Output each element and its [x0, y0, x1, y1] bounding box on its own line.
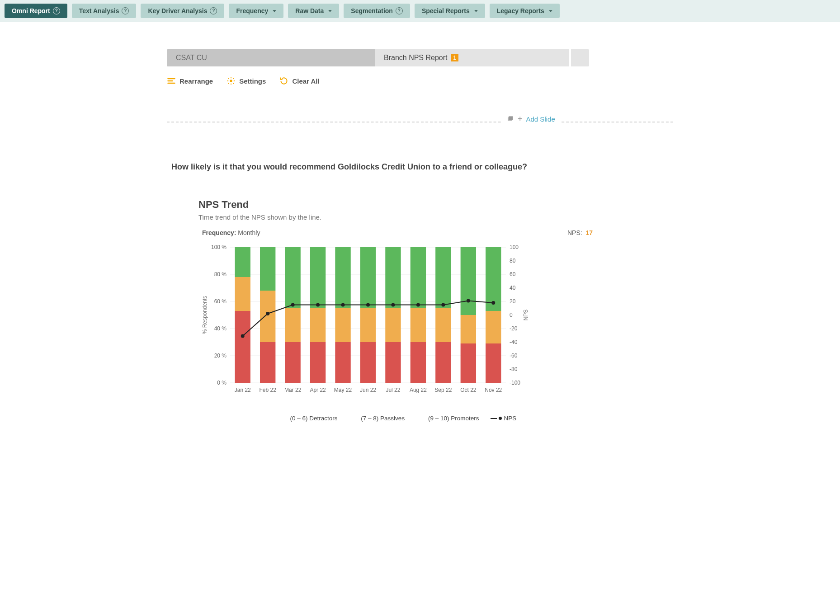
chart-card: NPS Trend Time trend of the NPS shown by… — [198, 199, 596, 422]
svg-rect-40 — [285, 308, 300, 342]
legend-detractors-label: (0 – 6) Detractors — [290, 415, 338, 422]
nav-legacy-reports[interactable]: Legacy Reports — [490, 4, 560, 18]
help-icon: ? — [122, 7, 129, 14]
svg-text:80 %: 80 % — [214, 271, 227, 277]
chart-plot: 0 %20 %40 %60 %80 %100 %-100-80-60-40-20… — [198, 243, 596, 407]
breadcrumb-report[interactable]: Branch NPS Report 1 — [375, 49, 569, 66]
svg-rect-44 — [310, 308, 326, 342]
nav-text-analysis[interactable]: Text Analysis ? — [72, 4, 137, 18]
legend-detractors: (0 – 6) Detractors — [278, 415, 338, 422]
svg-rect-56 — [385, 308, 401, 342]
nav-label: Key Driver Analysis — [148, 7, 207, 14]
nav-segmentation[interactable]: Segmentation ? — [344, 4, 410, 18]
legend-passives: (7 – 8) Passives — [349, 415, 405, 422]
slide-divider: + Add Slide — [167, 117, 673, 126]
svg-rect-45 — [310, 247, 326, 308]
add-slide-label: Add Slide — [526, 115, 555, 123]
svg-rect-60 — [411, 308, 426, 342]
svg-text:% Respondents: % Respondents — [202, 296, 208, 334]
legend-nps-label: NPS — [504, 415, 516, 422]
svg-rect-69 — [461, 247, 476, 315]
nav-label: Omni Report — [12, 7, 50, 14]
svg-rect-41 — [285, 247, 300, 308]
add-slide-button[interactable]: + Add Slide — [501, 114, 561, 124]
svg-text:20 %: 20 % — [214, 353, 227, 359]
svg-rect-68 — [461, 315, 476, 343]
svg-rect-37 — [260, 247, 275, 291]
chart-subtitle: Time trend of the NPS shown by the line. — [198, 213, 596, 221]
svg-point-82 — [416, 303, 420, 307]
svg-text:0 %: 0 % — [217, 380, 227, 386]
nav-label: Legacy Reports — [497, 7, 544, 14]
nav-key-driver[interactable]: Key Driver Analysis ? — [141, 4, 224, 18]
svg-rect-63 — [435, 342, 451, 383]
svg-text:Oct 22: Oct 22 — [460, 387, 477, 393]
question-text: How likely is it that you would recommen… — [171, 162, 669, 172]
svg-text:Mar 22: Mar 22 — [284, 387, 302, 393]
svg-text:40 %: 40 % — [214, 325, 227, 332]
chevron-down-icon — [328, 10, 332, 12]
svg-rect-39 — [285, 342, 300, 383]
breadcrumb-source[interactable]: CSAT CU — [167, 49, 375, 66]
nav-special-reports[interactable]: Special Reports — [415, 4, 485, 18]
svg-rect-71 — [486, 343, 501, 383]
svg-text:Jun 22: Jun 22 — [360, 387, 376, 393]
svg-rect-49 — [335, 247, 350, 308]
legend-swatch-yellow — [349, 416, 357, 421]
help-icon: ? — [210, 7, 217, 14]
svg-rect-51 — [360, 342, 376, 383]
svg-rect-48 — [335, 308, 350, 342]
svg-point-85 — [491, 301, 495, 305]
svg-text:-60: -60 — [510, 353, 518, 359]
svg-point-75 — [241, 334, 245, 338]
chart-nps-summary: NPS: 17 — [567, 229, 593, 236]
clear-all-button[interactable]: Clear All — [279, 76, 319, 85]
legend-passives-label: (7 – 8) Passives — [361, 415, 405, 422]
svg-rect-43 — [310, 342, 326, 383]
svg-rect-55 — [385, 342, 401, 383]
svg-rect-67 — [461, 343, 476, 383]
nav-omni-report[interactable]: Omni Report ? — [5, 4, 67, 18]
svg-point-76 — [266, 312, 269, 315]
plus-icon: + — [518, 114, 523, 124]
svg-text:Aug 22: Aug 22 — [410, 387, 427, 393]
rearrange-icon — [167, 76, 176, 85]
chevron-down-icon — [474, 10, 478, 12]
svg-text:May 22: May 22 — [334, 387, 352, 393]
nav-label: Segmentation — [351, 7, 393, 14]
svg-text:NPS: NPS — [523, 310, 529, 321]
breadcrumb: CSAT CU Branch NPS Report 1 — [167, 49, 673, 66]
svg-point-81 — [391, 303, 395, 307]
share-button[interactable] — [571, 49, 589, 66]
breadcrumb-report-label: Branch NPS Report — [384, 54, 448, 62]
svg-text:Jul 22: Jul 22 — [386, 387, 400, 393]
svg-text:40: 40 — [510, 285, 516, 291]
rearrange-button[interactable]: Rearrange — [167, 76, 213, 85]
svg-text:60: 60 — [510, 271, 516, 277]
gear-icon — [227, 76, 236, 85]
nav-label: Raw Data — [295, 7, 324, 14]
settings-button[interactable]: Settings — [227, 76, 266, 85]
svg-text:100: 100 — [510, 244, 519, 250]
report-toolbar: Rearrange Settings Clear All — [167, 76, 673, 85]
svg-point-79 — [341, 303, 345, 307]
svg-rect-36 — [260, 291, 275, 342]
svg-rect-31 — [235, 311, 250, 383]
breadcrumb-source-label: CSAT CU — [176, 54, 207, 62]
svg-point-78 — [316, 303, 320, 307]
svg-rect-59 — [411, 342, 426, 383]
nav-label: Text Analysis — [79, 7, 119, 14]
report-badge: 1 — [451, 54, 458, 61]
help-icon: ? — [53, 7, 60, 14]
nav-raw-data[interactable]: Raw Data — [288, 4, 339, 18]
svg-text:-20: -20 — [510, 325, 518, 332]
reset-icon — [279, 76, 288, 85]
svg-text:Nov 22: Nov 22 — [485, 387, 502, 393]
help-icon: ? — [396, 7, 403, 14]
svg-rect-61 — [411, 247, 426, 308]
svg-rect-32 — [235, 277, 250, 311]
nav-frequency[interactable]: Frequency — [229, 4, 283, 18]
legend-promoters-label: (9 – 10) Promoters — [428, 415, 479, 422]
svg-text:-80: -80 — [510, 366, 518, 372]
settings-label: Settings — [239, 77, 266, 85]
